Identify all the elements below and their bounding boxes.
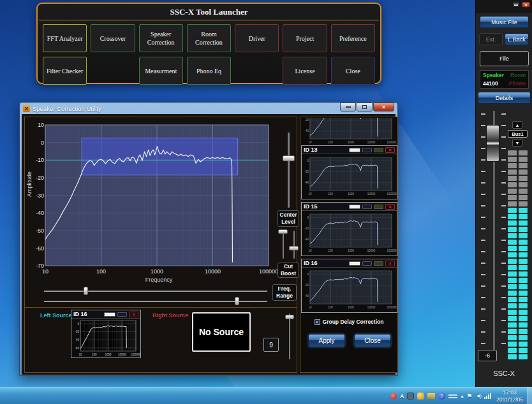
mode-button[interactable] [362, 261, 372, 266]
bus-up-button[interactable]: ▲ [512, 121, 522, 129]
ext-button[interactable]: Ext. [479, 33, 503, 45]
mixer-close-button[interactable]: × [522, 2, 530, 8]
mode-button[interactable] [117, 312, 127, 317]
ime-language-icon[interactable] [407, 393, 414, 400]
remove-channel-button[interactable]: × [385, 204, 395, 210]
select-button[interactable] [349, 148, 360, 152]
svg-text:-40: -40 [304, 238, 309, 241]
speaker-mode-label[interactable]: Speaker [483, 72, 505, 78]
svg-text:10: 10 [78, 353, 82, 356]
boost-slider[interactable] [293, 231, 295, 259]
boost-slider-handle[interactable] [289, 246, 299, 250]
freq-range-low-handle[interactable] [84, 287, 88, 295]
flag-icon[interactable]: ⚑ [466, 393, 472, 400]
center-level-slider[interactable] [288, 133, 290, 208]
source-level-slider-handle[interactable] [285, 315, 294, 319]
svg-text:-40: -40 [304, 294, 309, 298]
svg-text:10: 10 [308, 141, 312, 144]
channel-thumbnail[interactable]: ID 13 × 0-20-4010100100010000100000 [301, 145, 397, 199]
remove-source-button[interactable]: × [129, 312, 138, 317]
room-correction-button[interactable]: Room Correction [187, 24, 231, 52]
clock-time: 17:03 [493, 389, 526, 396]
scu-titlebar[interactable]: X Speaker Correction Utility × [22, 103, 395, 114]
source-mode-box: Speaker Room 44100 Phono [480, 70, 529, 89]
file-button[interactable]: File [480, 51, 529, 66]
cut-slider-handle[interactable] [278, 229, 288, 234]
center-level-slider-handle[interactable] [283, 155, 295, 161]
scu-close-button[interactable]: Close [354, 334, 391, 347]
speaker-correction-button[interactable]: Speaker Correction [139, 24, 183, 52]
apply-button[interactable]: Apply [308, 334, 345, 347]
mixer-minimize-button[interactable] [512, 2, 520, 8]
show-desktop-button[interactable] [528, 387, 532, 404]
tray-app-icon[interactable] [417, 393, 424, 400]
phono-mode-label[interactable]: Phono [505, 80, 526, 87]
main-frequency-plot[interactable]: 100-10-20-30-40-50-60-701010010001000010… [26, 122, 279, 284]
tray-folder-icon[interactable] [427, 393, 435, 399]
volume-fader-handle[interactable] [486, 125, 499, 162]
fft-analyzer-button[interactable]: FFT Analyzer [43, 24, 87, 52]
channel-thumbnail-partial[interactable]: 0-20-4010100100010000100000 [302, 118, 397, 145]
taskbar[interactable]: A ? ▴ ⚑ ◄) 17:03 2011/12/05 [0, 387, 532, 404]
mode-button[interactable] [362, 205, 372, 209]
remove-channel-button[interactable]: × [385, 147, 395, 153]
bypass-button[interactable] [374, 261, 383, 266]
group-delay-label: Group Delay Correction [323, 319, 384, 325]
vu-meter-right [519, 150, 528, 359]
measurment-button[interactable]: Measurment [139, 57, 183, 85]
minimize-button[interactable] [340, 103, 356, 112]
license-button[interactable]: License [283, 57, 327, 85]
help-icon[interactable]: ? [438, 393, 445, 400]
lback-button[interactable]: L.Back [505, 33, 529, 45]
gain-value-box[interactable]: 9 [263, 338, 279, 352]
svg-text:1000: 1000 [151, 268, 163, 275]
select-button[interactable] [349, 205, 360, 209]
source-level-slider[interactable] [289, 314, 290, 359]
network-icon[interactable] [484, 393, 491, 399]
channel-plot: 0-20-4010100100010000100000 [302, 212, 396, 253]
app-icon: X [23, 105, 30, 112]
freq-range-high-slider[interactable] [44, 301, 267, 302]
svg-text:-60: -60 [75, 347, 79, 350]
cut-slider[interactable] [283, 231, 284, 259]
screen: SSC-X Tool Launcher FFT Analyzer Crossov… [0, 0, 532, 404]
room-mode-label[interactable]: Room [505, 72, 526, 78]
crossover-button[interactable]: Crossover [91, 24, 135, 52]
notification-icon[interactable] [390, 393, 397, 400]
channel-id: ID 16 [304, 260, 347, 266]
volume-icon[interactable]: ◄) [475, 393, 481, 399]
close-button[interactable]: × [373, 103, 394, 112]
keyboard-status-icon[interactable] [448, 394, 457, 398]
group-delay-checkbox[interactable]: × [314, 319, 320, 325]
system-tray: A ? ▴ ⚑ ◄) [390, 387, 491, 404]
preference-button[interactable]: Preference [331, 24, 375, 52]
svg-text:100000: 100000 [387, 192, 397, 196]
select-button[interactable] [104, 312, 115, 317]
hidden-icons-chevron[interactable]: ▴ [461, 393, 463, 399]
frequency-axis-label: Frequency [101, 277, 216, 283]
launcher-close-button[interactable]: Close [331, 57, 375, 85]
music-file-button[interactable]: Music File [480, 16, 529, 28]
project-button[interactable]: Project [283, 24, 327, 52]
bus-down-button[interactable]: ▼ [512, 139, 522, 147]
clock[interactable]: 17:03 2011/12/05 [493, 389, 526, 403]
remove-channel-button[interactable]: × [385, 261, 395, 266]
bypass-button[interactable] [374, 205, 383, 209]
launcher-button-grid: FFT Analyzer Crossover Speaker Correctio… [38, 20, 380, 89]
phono-eq-button[interactable]: Phono Eq [187, 57, 231, 85]
vu-meter-left [508, 150, 517, 359]
mode-button[interactable] [362, 148, 372, 152]
freq-range-high-handle[interactable] [235, 297, 239, 305]
filter-checker-button[interactable]: Filter Checker [43, 57, 87, 85]
ime-mode-icon[interactable]: A [400, 393, 404, 400]
svg-text:10: 10 [38, 122, 44, 128]
channel-thumbnail[interactable]: ID 15 × 0-20-4010100100010000100000 [301, 202, 397, 256]
bypass-button[interactable] [374, 148, 383, 152]
freq-range-low-slider[interactable] [44, 291, 267, 292]
main-panel: 100-10-20-30-40-50-60-701010010001000010… [24, 117, 297, 373]
details-button[interactable]: Details [478, 92, 531, 104]
maximize-button[interactable] [357, 103, 373, 112]
select-button[interactable] [349, 261, 360, 266]
driver-button[interactable]: Driver [235, 24, 279, 52]
channel-thumbnail[interactable]: ID 16 × 0-20-4010100100010000100000 [301, 259, 397, 313]
